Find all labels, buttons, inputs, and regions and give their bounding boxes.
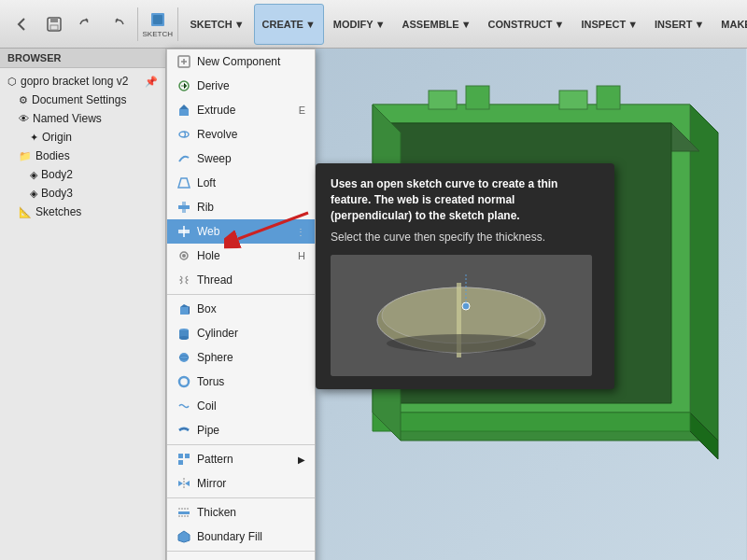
mirror-label: Mirror <box>197 477 226 490</box>
derive-icon <box>176 78 191 93</box>
body2-icon: ◈ <box>30 169 37 181</box>
menu-item-web[interactable]: Web ⋮ <box>167 219 315 244</box>
menu-item-sweep[interactable]: Sweep <box>167 147 315 171</box>
menu-item-sphere[interactable]: Sphere <box>167 345 315 370</box>
thread-icon <box>176 273 191 287</box>
web-label: Web <box>197 225 219 238</box>
pipe-label: Pipe <box>197 424 219 437</box>
svg-rect-31 <box>180 307 189 315</box>
svg-point-39 <box>179 377 189 386</box>
sidebar-item-bodies[interactable]: 📁 Bodies <box>0 147 165 165</box>
browser-header: BROWSER <box>0 49 165 68</box>
undo-icon[interactable] <box>71 4 101 45</box>
make-label: MAKE ▼ <box>721 19 747 30</box>
inspect-label: INSPECT ▼ <box>581 19 638 30</box>
thicken-label: Thicken <box>197 506 236 519</box>
svg-rect-14 <box>597 86 620 109</box>
save-icon[interactable] <box>39 4 69 45</box>
pin-icon: 📌 <box>145 76 158 88</box>
sphere-icon <box>176 350 191 365</box>
hole-shortcut: H <box>298 250 305 261</box>
body3-icon: ◈ <box>30 188 37 200</box>
create-label: CREATE ▼ <box>262 19 316 30</box>
svg-rect-12 <box>466 86 489 109</box>
menu-item-revolve[interactable]: Revolve <box>167 122 315 147</box>
menu-item-pattern[interactable]: Pattern ▶ <box>167 447 315 471</box>
pipe-icon <box>176 423 191 438</box>
svg-marker-32 <box>180 304 190 307</box>
hole-label: Hole <box>197 249 220 262</box>
back-button[interactable] <box>7 4 37 45</box>
sidebar-item-body2[interactable]: ◈ Body2 <box>0 165 165 184</box>
new-component-label: New Component <box>197 55 280 68</box>
make-menu[interactable]: MAKE ▼ <box>713 4 747 45</box>
origin-label: Origin <box>42 131 72 144</box>
sidebar-item-sketches[interactable]: 📐 Sketches <box>0 203 165 221</box>
main-toolbar: SKETCH SKETCH ▼ CREATE ▼ MODIFY ▼ ASSEMB… <box>0 0 747 49</box>
menu-item-boundary-fill[interactable]: Boundary Fill <box>167 525 315 549</box>
pattern-icon <box>176 452 191 467</box>
modify-label: MODIFY ▼ <box>333 19 386 30</box>
create-menu[interactable]: CREATE ▼ <box>254 4 324 45</box>
menu-item-box[interactable]: Box <box>167 297 315 321</box>
menu-item-derive[interactable]: Derive <box>167 74 315 98</box>
svg-rect-1 <box>50 18 58 22</box>
hole-icon <box>176 248 191 263</box>
cylinder-label: Cylinder <box>197 327 238 340</box>
box-label: Box <box>197 302 217 315</box>
modify-menu[interactable]: MODIFY ▼ <box>326 4 393 45</box>
menu-item-thicken[interactable]: Thicken <box>167 500 315 525</box>
menu-item-extrude[interactable]: Extrude E <box>167 98 315 122</box>
browser-tree: ⬡ gopro bracket long v2 📌 ⚙ Document Set… <box>0 68 165 225</box>
menu-item-torus[interactable]: Torus <box>167 370 315 394</box>
tooltip-title: Uses an open sketch curve to create a th… <box>331 176 599 223</box>
extrude-icon <box>176 103 191 118</box>
menu-item-cylinder[interactable]: Cylinder <box>167 321 315 345</box>
construct-menu[interactable]: CONSTRUCT ▼ <box>481 4 572 45</box>
solid-mode-icon[interactable]: SKETCH <box>143 4 173 45</box>
web-icon <box>176 224 191 239</box>
torus-icon <box>176 374 191 389</box>
sweep-icon <box>176 151 191 166</box>
sphere-label: Sphere <box>197 351 233 364</box>
menu-item-mirror[interactable]: Mirror <box>167 471 315 496</box>
revolve-label: Revolve <box>197 128 237 141</box>
menu-item-create-form[interactable]: Create Form <box>167 553 315 560</box>
svg-rect-46 <box>178 511 190 514</box>
thread-label: Thread <box>197 273 233 287</box>
sidebar-item-model[interactable]: ⬡ gopro bracket long v2 📌 <box>0 72 165 91</box>
svg-point-37 <box>179 353 189 362</box>
derive-label: Derive <box>197 79 230 92</box>
menu-item-pipe[interactable]: Pipe <box>167 418 315 442</box>
svg-marker-24 <box>178 178 190 188</box>
sketch-menu[interactable]: SKETCH ▼ <box>182 4 251 45</box>
sweep-label: Sweep <box>197 152 232 165</box>
svg-rect-4 <box>153 15 162 24</box>
menu-divider-1 <box>167 294 315 295</box>
sidebar-item-origin[interactable]: ✦ Origin <box>0 128 165 147</box>
sketch-label: SKETCH ▼ <box>190 19 244 30</box>
pattern-submenu-arrow: ▶ <box>298 455 305 465</box>
menu-item-coil[interactable]: Coil <box>167 394 315 418</box>
menu-item-hole[interactable]: Hole H <box>167 244 315 268</box>
inspect-menu[interactable]: INSPECT ▼ <box>573 4 645 45</box>
menu-item-loft[interactable]: Loft <box>167 171 315 195</box>
coil-icon <box>176 399 191 413</box>
assemble-menu[interactable]: ASSEMBLE ▼ <box>395 4 479 45</box>
sidebar-item-body3[interactable]: ◈ Body3 <box>0 184 165 203</box>
tooltip-preview-image <box>331 255 592 376</box>
menu-item-thread[interactable]: Thread <box>167 268 315 292</box>
sidebar-item-doc-settings[interactable]: ⚙ Document Settings <box>0 91 165 109</box>
redo-icon[interactable] <box>103 4 133 45</box>
svg-rect-40 <box>178 454 183 458</box>
svg-point-64 <box>462 302 470 310</box>
extrude-label: Extrude <box>197 104 235 117</box>
menu-item-rib[interactable]: Rib <box>167 195 315 219</box>
insert-menu[interactable]: INSERT ▼ <box>647 4 712 45</box>
doc-settings-label: Document Settings <box>32 93 126 106</box>
sidebar-item-named-views[interactable]: 👁 Named Views <box>0 109 165 128</box>
svg-rect-42 <box>178 460 183 465</box>
svg-rect-11 <box>429 91 457 109</box>
svg-marker-33 <box>189 306 190 315</box>
menu-item-new-component[interactable]: New Component <box>167 49 315 74</box>
